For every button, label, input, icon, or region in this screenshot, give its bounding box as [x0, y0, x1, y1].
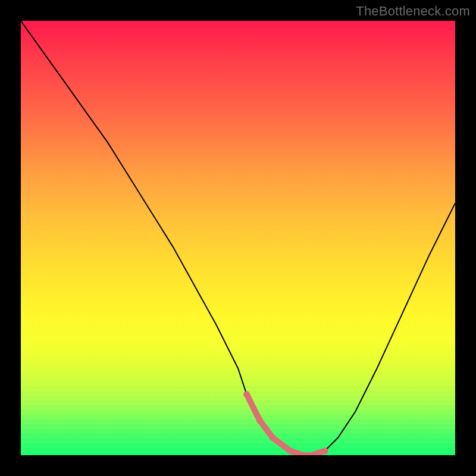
- plot-area: [21, 21, 455, 455]
- optimal-range-dot: [287, 447, 293, 454]
- optimal-range-dot: [256, 417, 263, 424]
- chart-frame: TheBottleneck.com: [0, 0, 476, 476]
- bottleneck-curve-line: [21, 21, 455, 455]
- watermark-text: TheBottleneck.com: [356, 4, 470, 19]
- optimal-range-highlight: [247, 394, 325, 455]
- optimal-range-dot: [243, 391, 250, 397]
- optimal-range-dot: [322, 447, 328, 454]
- curve-svg: [21, 21, 455, 455]
- optimal-range-dot: [270, 434, 276, 441]
